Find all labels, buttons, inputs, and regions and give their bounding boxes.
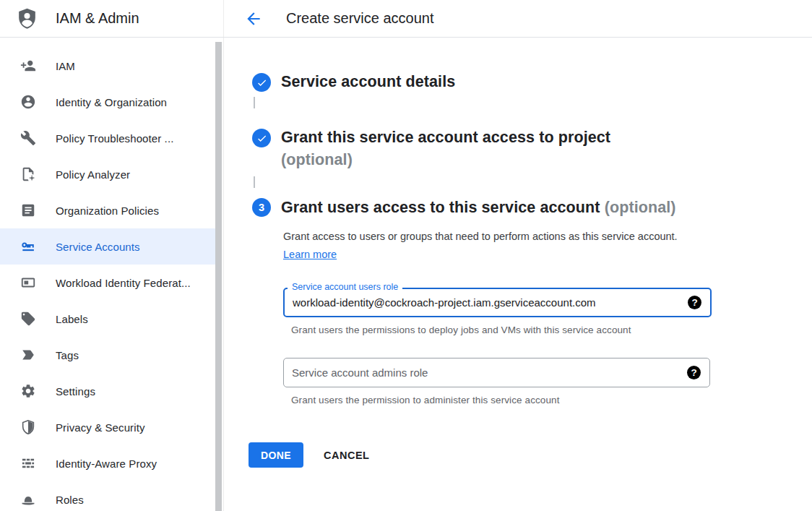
sidebar-item-label: Service Accounts — [56, 241, 140, 253]
learn-more-link[interactable]: Learn more — [283, 249, 337, 260]
step-3-optional-label: (optional) — [605, 199, 676, 216]
form-actions: DONE CANCEL — [249, 442, 812, 468]
sidebar-item-organization-policies[interactable]: Organization Policies — [0, 192, 217, 228]
sidebar-item-label: Identity-Aware Proxy — [56, 458, 157, 470]
step-1-title: Service account details — [281, 72, 455, 92]
service-accounts-icon — [20, 239, 36, 254]
step-2-grant-access-to-project[interactable]: Grant this service account access to pro… — [252, 127, 812, 172]
create-service-account-form: Service account details Grant this servi… — [224, 38, 812, 511]
users-role-help-icon[interactable]: ? — [688, 296, 701, 309]
step-3-grant-users-access: 3 Grant users access to this service acc… — [252, 197, 812, 405]
sidebar-item-service-accounts[interactable]: Service Accounts — [0, 228, 217, 265]
users-role-label: Service account users role — [288, 282, 402, 292]
step-1-complete-check-icon — [252, 73, 271, 92]
proxy-icon — [20, 455, 36, 471]
step-connector — [254, 97, 255, 108]
tag-icon — [20, 347, 36, 363]
hat-icon — [20, 491, 36, 507]
sidebar-item-label: Policy Analyzer — [56, 168, 130, 181]
users-role-helper-text: Grant users the permissions to deploy jo… — [291, 325, 712, 335]
page-header: Create service account — [224, 0, 812, 37]
org-policies-icon — [20, 202, 36, 218]
done-button[interactable]: DONE — [249, 442, 303, 468]
sidebar-item-policy-troubleshooter[interactable]: Policy Troubleshooter ... — [0, 120, 217, 156]
sidebar-item-label: Policy Troubleshooter ... — [56, 132, 173, 145]
person-add-icon — [20, 58, 36, 74]
wrench-icon — [20, 130, 36, 146]
sidebar-item-policy-analyzer[interactable]: Policy Analyzer — [0, 156, 217, 192]
step-2-complete-check-icon — [252, 129, 271, 147]
top-bar: IAM & Admin Create service account — [0, 0, 812, 38]
account-circle-icon — [20, 94, 36, 110]
sidebar-item-labels[interactable]: Labels — [0, 301, 217, 337]
sidebar-item-identity-aware-proxy[interactable]: Identity-Aware Proxy — [0, 445, 217, 481]
admins-role-input[interactable] — [292, 366, 687, 379]
users-role-input[interactable] — [293, 296, 688, 309]
service-account-users-role-field: Service account users role ? — [283, 288, 712, 317]
sidebar-item-label: Identity & Organization — [56, 96, 167, 108]
sidebar-item-identity-organization[interactable]: Identity & Organization — [0, 84, 217, 120]
iam-admin-shield-icon — [15, 6, 39, 32]
policy-analyzer-icon — [20, 166, 36, 182]
page-title: Create service account — [286, 10, 434, 27]
back-arrow-icon[interactable] — [244, 9, 263, 28]
admins-role-help-icon[interactable]: ? — [687, 366, 701, 379]
sidebar-item-label: Tags — [56, 349, 79, 361]
gear-icon — [20, 383, 36, 399]
sidebar-item-roles[interactable]: Roles — [0, 481, 217, 511]
sidebar-scrollbar[interactable] — [215, 42, 222, 511]
sidebar-item-label: Roles — [56, 494, 84, 506]
sidebar-item-iam[interactable]: IAM — [0, 48, 217, 84]
sidebar-item-label: Privacy & Security — [56, 421, 145, 434]
step-2-optional-label: (optional) — [281, 147, 610, 172]
step-3-title: Grant users access to this service accou… — [281, 197, 712, 218]
step-3-description-text: Grant access to users or groups that nee… — [283, 231, 678, 242]
product-title: IAM & Admin — [56, 10, 139, 27]
sidebar-item-workload-identity-federation[interactable]: Workload Identity Federat... — [0, 265, 217, 301]
step-3-number-badge: 3 — [252, 198, 271, 217]
product-header: IAM & Admin — [0, 0, 224, 37]
step-3-title-text: Grant users access to this service accou… — [281, 199, 600, 216]
sidebar: IAM Identity & Organization Policy Troub… — [0, 38, 224, 511]
sidebar-item-label: Workload Identity Federat... — [56, 277, 191, 289]
service-account-admins-role-field: ? — [283, 358, 710, 387]
workload-identity-icon — [20, 275, 36, 291]
gcp-console: IAM & Admin Create service account IAM I… — [0, 0, 812, 511]
sidebar-item-tags[interactable]: Tags — [0, 337, 217, 373]
sidebar-item-label: Settings — [56, 385, 95, 398]
sidebar-item-label: Organization Policies — [56, 205, 159, 217]
cancel-button[interactable]: CANCEL — [324, 450, 369, 461]
sidebar-item-label: IAM — [56, 60, 75, 72]
sidebar-item-privacy-security[interactable]: Privacy & Security — [0, 409, 217, 445]
label-icon — [20, 311, 36, 327]
sidebar-item-settings[interactable]: Settings — [0, 373, 217, 409]
step-3-description: Grant access to users or groups that nee… — [283, 228, 679, 264]
step-2-title: Grant this service account access to pro… — [281, 127, 610, 172]
step-2-title-text: Grant this service account access to pro… — [281, 129, 610, 146]
shield-icon — [20, 419, 36, 435]
step-connector — [254, 176, 255, 188]
sidebar-item-label: Labels — [56, 313, 88, 325]
step-1-service-account-details[interactable]: Service account details — [252, 72, 812, 92]
admins-role-helper-text: Grant users the permission to administer… — [291, 395, 712, 405]
